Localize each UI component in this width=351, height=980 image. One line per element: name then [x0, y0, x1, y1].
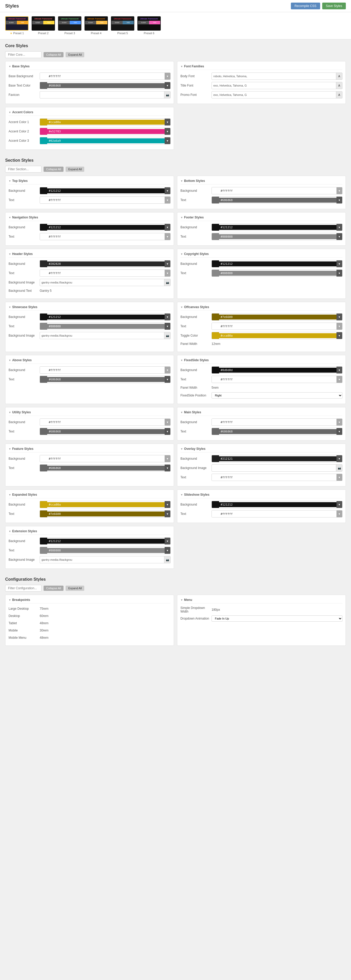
color-picker[interactable]: #212121▼ — [212, 455, 343, 462]
color-edit-button[interactable]: ▼ — [164, 187, 170, 194]
section-collapse-all-button[interactable]: Collapse All — [43, 167, 64, 172]
color-edit-button[interactable]: ▼ — [337, 419, 342, 425]
color-picker[interactable]: #121212▼ — [40, 187, 171, 194]
color-picker[interactable]: #121212▼ — [40, 538, 171, 545]
select-field[interactable]: Fade In UpFade InNone — [212, 616, 343, 622]
color-edit-button[interactable]: ▼ — [164, 538, 170, 544]
color-edit-button[interactable]: ▼ — [164, 313, 170, 320]
color-picker[interactable]: #ffffff▼ — [212, 510, 343, 517]
color-edit-button[interactable]: ▼ — [337, 261, 342, 267]
file-browse-button[interactable]: 📷 — [164, 556, 170, 563]
preset-item-1[interactable]: Ultimate Framework! SLIDER TABS ★ Preset… — [5, 16, 29, 35]
file-browse-button[interactable]: 📷 — [164, 279, 170, 286]
color-edit-button[interactable]: ▼ — [337, 197, 342, 204]
color-picker[interactable]: #cca80a▼ — [40, 118, 171, 126]
color-picker[interactable]: #686868▼ — [40, 465, 171, 472]
color-picker[interactable]: #121212▼ — [212, 501, 343, 508]
color-edit-button[interactable]: ▼ — [164, 511, 170, 517]
color-picker[interactable]: #686868▼ — [40, 82, 171, 89]
color-picker[interactable]: #ffffff▼ — [40, 269, 171, 277]
color-edit-button[interactable]: ▼ — [164, 73, 170, 80]
color-picker[interactable]: #ffffff▼ — [212, 418, 343, 426]
color-picker[interactable]: #686868▼ — [40, 428, 171, 435]
color-edit-button[interactable]: ▼ — [164, 367, 170, 373]
core-collapse-all-button[interactable]: Collapse All — [43, 52, 64, 57]
color-picker[interactable]: #7e6600▼ — [40, 510, 171, 517]
color-picker[interactable]: #686868▼ — [212, 196, 343, 204]
preset-item-5[interactable]: Ultimate Framework! SLIDER TABS Preset 5 — [111, 16, 134, 35]
color-picker[interactable]: #ffffff▼ — [40, 455, 171, 462]
config-collapse-all-button[interactable]: Collapse All — [43, 585, 64, 591]
color-picker[interactable]: #ffffff▼ — [212, 376, 343, 383]
file-browse-button[interactable]: 📷 — [164, 91, 170, 98]
color-edit-button[interactable]: ▼ — [337, 313, 342, 320]
color-picker[interactable]: #121212▼ — [212, 224, 343, 231]
color-edit-button[interactable]: ▼ — [164, 137, 170, 144]
save-styles-button[interactable]: Save Styles — [322, 3, 346, 10]
color-picker[interactable]: #ffffff▼ — [40, 366, 171, 374]
color-edit-button[interactable]: ▼ — [164, 455, 170, 462]
color-edit-button[interactable]: ▼ — [337, 455, 342, 462]
color-edit-button[interactable]: ▼ — [164, 261, 170, 267]
preset-item-6[interactable]: Ultimate Framework! SLIDER TABS Preset 6 — [137, 16, 161, 35]
color-picker[interactable]: #ffffff▼ — [40, 196, 171, 204]
file-browse-button[interactable]: 📷 — [164, 332, 170, 339]
color-edit-button[interactable]: ▼ — [164, 119, 170, 126]
color-picker[interactable]: #ffffff▼ — [40, 233, 171, 240]
color-picker[interactable]: #888888▼ — [40, 547, 171, 554]
color-edit-button[interactable]: ▼ — [337, 332, 342, 339]
color-picker[interactable]: #888888▼ — [40, 323, 171, 330]
color-edit-button[interactable]: ▼ — [337, 474, 342, 480]
color-edit-button[interactable]: ▼ — [337, 233, 342, 240]
config-filter-input[interactable] — [5, 585, 41, 592]
core-expand-all-button[interactable]: Expand All — [65, 52, 84, 57]
recompile-css-button[interactable]: Recompile CSS — [291, 3, 320, 10]
color-edit-button[interactable]: ▼ — [164, 419, 170, 425]
color-edit-button[interactable]: ▼ — [164, 128, 170, 135]
preset-item-2[interactable]: Ultimate Framework! SLIDER TABS Preset 2 — [32, 16, 55, 35]
color-edit-button[interactable]: ▼ — [164, 197, 170, 204]
file-browse-button[interactable]: 📷 — [336, 465, 342, 471]
section-filter-input[interactable] — [5, 166, 41, 173]
color-picker[interactable]: #ffffff▼ — [212, 323, 343, 330]
color-picker[interactable]: #686868▼ — [40, 376, 171, 383]
color-picker[interactable]: #888888▼ — [212, 233, 343, 240]
color-edit-button[interactable]: ▼ — [164, 376, 170, 383]
font-edit-button[interactable]: A — [336, 91, 342, 98]
font-edit-button[interactable]: A — [336, 82, 342, 89]
preset-item-4[interactable]: Ultimate Framework! SLIDER TABS Preset 4 — [85, 16, 108, 35]
color-edit-button[interactable]: ▼ — [164, 224, 170, 231]
color-edit-button[interactable]: ▼ — [164, 82, 170, 89]
color-picker[interactable]: #282828▼ — [40, 260, 171, 267]
color-picker[interactable]: #ffffff▼ — [212, 187, 343, 194]
font-edit-button[interactable]: A — [336, 73, 342, 80]
color-edit-button[interactable]: ▼ — [337, 428, 342, 435]
color-picker[interactable]: #0d0d0d▼ — [212, 366, 343, 374]
color-edit-button[interactable]: ▼ — [164, 428, 170, 435]
color-picker[interactable]: #02a6a9▼ — [40, 137, 171, 144]
section-expand-all-button[interactable]: Expand All — [65, 167, 84, 172]
core-filter-input[interactable] — [5, 51, 41, 58]
color-edit-button[interactable]: ▼ — [337, 367, 342, 373]
color-picker[interactable]: #686868▼ — [212, 428, 343, 435]
select-field[interactable]: LeftRight — [212, 392, 343, 399]
color-edit-button[interactable]: ▼ — [337, 224, 342, 231]
color-picker[interactable]: #121212▼ — [40, 313, 171, 321]
color-edit-button[interactable]: ▼ — [164, 547, 170, 554]
color-edit-button[interactable]: ▼ — [337, 270, 342, 277]
color-edit-button[interactable]: ▼ — [337, 501, 342, 508]
color-edit-button[interactable]: ▼ — [164, 501, 170, 508]
color-picker[interactable]: #888888▼ — [212, 269, 343, 277]
color-edit-button[interactable]: ▼ — [337, 323, 342, 329]
color-edit-button[interactable]: ▼ — [164, 465, 170, 471]
color-edit-button[interactable]: ▼ — [164, 323, 170, 329]
color-picker[interactable]: #121212▼ — [212, 260, 343, 267]
color-picker[interactable]: #e52783▼ — [40, 128, 171, 135]
color-picker[interactable]: #ffffff▼ — [212, 474, 343, 481]
color-picker[interactable]: #121212▼ — [40, 224, 171, 231]
color-picker[interactable]: #cca80a▼ — [40, 501, 171, 508]
color-edit-button[interactable]: ▼ — [164, 270, 170, 277]
config-expand-all-button[interactable]: Expand All — [65, 585, 84, 591]
color-picker[interactable]: #7e6600▼ — [212, 313, 343, 321]
color-picker[interactable]: #cca80a▼ — [212, 332, 343, 339]
